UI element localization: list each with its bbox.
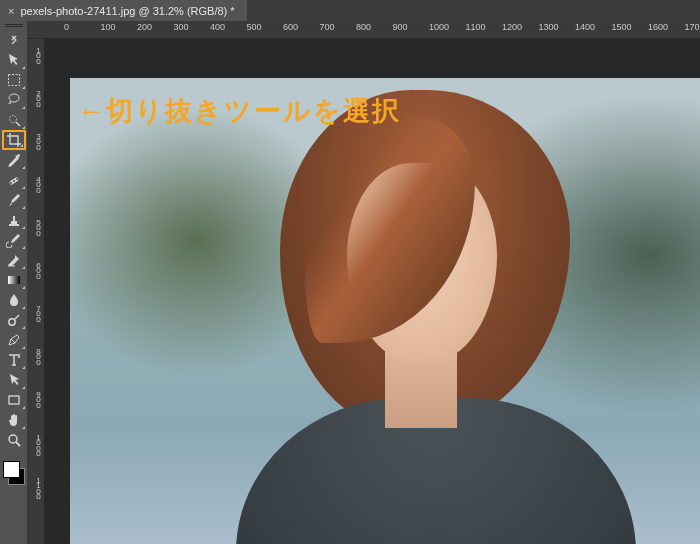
svg-point-4	[13, 180, 15, 182]
ruler-mark: 1100	[466, 22, 486, 32]
document-tab[interactable]: × pexels-photo-27411.jpg @ 31.2% (RGB/8)…	[0, 0, 247, 21]
pen-tool[interactable]	[2, 330, 26, 350]
ruler-mark: 1700	[685, 22, 701, 32]
ruler-mark: 900	[393, 22, 408, 32]
svg-point-9	[9, 435, 17, 443]
ruler-mark: 1500	[612, 22, 632, 32]
crop-tool[interactable]	[2, 130, 26, 150]
clone-stamp-tool[interactable]	[2, 210, 26, 230]
ruler-mark: 1000	[429, 22, 449, 32]
ruler-mark: 1300	[539, 22, 559, 32]
ruler-mark: 400	[210, 22, 225, 32]
ruler-mark: 1600	[648, 22, 668, 32]
ruler-mark: 700	[27, 304, 42, 313]
svg-rect-6	[8, 276, 20, 284]
ruler-mark: 1000	[27, 433, 42, 442]
svg-rect-8	[9, 396, 19, 404]
svg-point-7	[8, 319, 14, 325]
ruler-horizontal[interactable]: 0100200300400500600700800900100011001200…	[44, 21, 700, 38]
ruler-mark: 1100	[27, 476, 42, 485]
document-title: pexels-photo-27411.jpg @ 31.2% (RGB/8) *	[20, 5, 234, 17]
svg-rect-0	[8, 75, 19, 86]
blur-tool[interactable]	[2, 290, 26, 310]
annotation-label: ←切り抜きツールを選択	[77, 93, 401, 129]
panel-grip-icon[interactable]	[5, 24, 23, 28]
ruler-origin[interactable]	[27, 21, 44, 39]
ruler-mark: 200	[137, 22, 152, 32]
close-icon[interactable]: ×	[8, 5, 14, 17]
gradient-tool[interactable]	[2, 270, 26, 290]
canvas-image[interactable]	[70, 78, 700, 544]
ruler-mark: 1400	[575, 22, 595, 32]
ruler-mark: 1200	[502, 22, 522, 32]
svg-point-5	[16, 178, 18, 180]
ruler-mark: 700	[320, 22, 335, 32]
ruler-mark: 300	[174, 22, 189, 32]
lasso-tool[interactable]	[2, 90, 26, 110]
brush-tool[interactable]	[2, 190, 26, 210]
ruler-mark: 200	[27, 89, 42, 98]
ruler-mark: 0	[64, 22, 69, 32]
quick-selection-tool[interactable]	[2, 110, 26, 130]
ruler-vertical[interactable]: 10020030040050060070080090010001100	[27, 21, 44, 544]
ruler-mark: 600	[283, 22, 298, 32]
zoom-tool[interactable]	[2, 430, 26, 450]
eraser-tool[interactable]	[2, 250, 26, 270]
move-tool[interactable]	[2, 50, 26, 70]
path-selection-tool[interactable]	[2, 370, 26, 390]
ruler-mark: 500	[247, 22, 262, 32]
shape-tool[interactable]	[2, 390, 26, 410]
history-brush-tool[interactable]	[2, 230, 26, 250]
tools-panel	[0, 21, 27, 544]
svg-point-3	[10, 182, 12, 184]
ruler-mark: 500	[27, 218, 42, 227]
ruler-mark: 600	[27, 261, 42, 270]
ruler-mark: 300	[27, 132, 42, 141]
ruler-mark: 800	[356, 22, 371, 32]
ruler-mark: 400	[27, 175, 42, 184]
svg-point-1	[9, 116, 16, 123]
document-tab-bar: × pexels-photo-27411.jpg @ 31.2% (RGB/8)…	[0, 0, 700, 21]
type-tool[interactable]	[2, 350, 26, 370]
dodge-tool[interactable]	[2, 310, 26, 330]
color-swatches[interactable]	[2, 460, 26, 486]
marquee-tool[interactable]	[2, 70, 26, 90]
healing-brush-tool[interactable]	[2, 170, 26, 190]
ruler-mark: 100	[27, 46, 42, 55]
ruler-mark: 100	[101, 22, 116, 32]
hand-tool[interactable]	[2, 410, 26, 430]
ruler-mark: 900	[27, 390, 42, 399]
ruler-mark: 800	[27, 347, 42, 356]
eyedropper-tool[interactable]	[2, 150, 26, 170]
foreground-color-swatch[interactable]	[3, 461, 20, 478]
expand-panel-icon[interactable]	[2, 30, 26, 50]
